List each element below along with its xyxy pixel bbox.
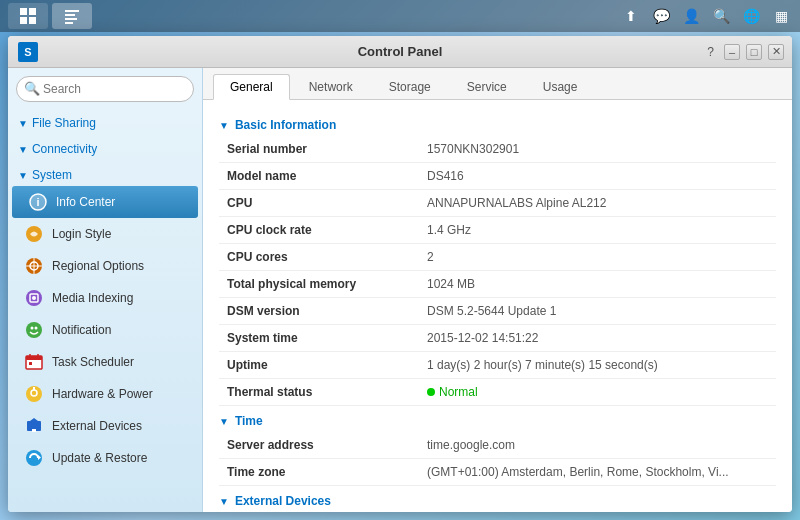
section-title: Basic Information (235, 118, 336, 132)
row-value: time.google.com (419, 432, 776, 459)
user-icon[interactable]: 👤 (680, 5, 702, 27)
tab-storage[interactable]: Storage (372, 74, 448, 99)
maximize-button[interactable]: □ (746, 44, 762, 60)
login-style-icon (24, 224, 44, 244)
section-header-external-devices: ▼ External Devices (219, 494, 776, 508)
section-header-basic-info: ▼ Basic Information (219, 118, 776, 132)
svg-point-21 (35, 327, 38, 330)
svg-rect-32 (32, 429, 36, 432)
help-button[interactable]: ? (707, 45, 714, 59)
sidebar-item-label: Info Center (56, 195, 115, 209)
table-row: Thermal status Normal (219, 379, 776, 406)
menu-icon[interactable]: ▦ (770, 5, 792, 27)
row-value: 2015-12-02 14:51:22 (419, 325, 776, 352)
sidebar-section-file-sharing: ▼ File Sharing (8, 110, 202, 136)
row-label: Thermal status (219, 379, 419, 406)
search-input[interactable] (16, 76, 194, 102)
sidebar-item-login-style[interactable]: Login Style (8, 218, 202, 250)
table-row: DSM version DSM 5.2-5644 Update 1 (219, 298, 776, 325)
row-label: CPU clock rate (219, 217, 419, 244)
svg-point-18 (32, 296, 36, 300)
sidebar-item-label: Task Scheduler (52, 355, 134, 369)
table-row: CPU cores 2 (219, 244, 776, 271)
collapse-arrow: ▼ (18, 144, 28, 155)
table-row: CPU ANNAPURNALABS Alpine AL212 (219, 190, 776, 217)
sidebar-item-update-restore[interactable]: Update & Restore (8, 442, 202, 474)
svg-rect-7 (65, 22, 73, 24)
sidebar-item-regional-options[interactable]: Regional Options (8, 250, 202, 282)
close-button[interactable]: ✕ (768, 44, 784, 60)
sidebar-group-label: System (32, 168, 72, 182)
svg-rect-0 (20, 8, 27, 15)
taskbar-app-grid[interactable] (8, 3, 48, 29)
task-scheduler-icon (24, 352, 44, 372)
table-row: Uptime 1 day(s) 2 hour(s) 7 minute(s) 15… (219, 352, 776, 379)
window-title: Control Panel (358, 44, 443, 59)
sidebar-item-label: External Devices (52, 419, 142, 433)
sidebar-item-label: Hardware & Power (52, 387, 153, 401)
search-icon[interactable]: 🔍 (710, 5, 732, 27)
taskbar-right: ⬆ 💬 👤 🔍 🌐 ▦ (620, 5, 792, 27)
regional-options-icon (24, 256, 44, 276)
row-label: CPU (219, 190, 419, 217)
sidebar-item-label: Notification (52, 323, 111, 337)
tab-general[interactable]: General (213, 74, 290, 100)
status-badge: Normal (427, 385, 478, 399)
minimize-button[interactable]: – (724, 44, 740, 60)
time-table: Server address time.google.com Time zone… (219, 432, 776, 486)
tab-service[interactable]: Service (450, 74, 524, 99)
table-row: Model name DS416 (219, 163, 776, 190)
sidebar-item-notification[interactable]: Notification (8, 314, 202, 346)
row-value: DS416 (419, 163, 776, 190)
titlebar: S Control Panel ? – □ ✕ (8, 36, 792, 68)
svg-text:i: i (36, 196, 39, 208)
svg-rect-6 (65, 18, 77, 20)
collapse-arrow: ▼ (18, 118, 28, 129)
row-value: ANNAPURNALABS Alpine AL212 (419, 190, 776, 217)
sidebar-item-task-scheduler[interactable]: Task Scheduler (8, 346, 202, 378)
taskbar-app-control-panel[interactable] (52, 3, 92, 29)
sidebar-group-connectivity[interactable]: ▼ Connectivity (8, 138, 202, 160)
external-devices-icon (24, 416, 44, 436)
tab-usage[interactable]: Usage (526, 74, 595, 99)
svg-rect-2 (20, 17, 27, 24)
sidebar-item-info-center[interactable]: i Info Center (12, 186, 198, 218)
taskbar-apps (8, 3, 92, 29)
thermal-status-cell: Normal (419, 379, 776, 406)
sidebar-search[interactable]: 🔍 (16, 76, 194, 102)
sidebar-group-label: Connectivity (32, 142, 97, 156)
section-arrow: ▼ (219, 120, 229, 131)
sidebar-group-file-sharing[interactable]: ▼ File Sharing (8, 112, 202, 134)
sidebar-item-hardware-power[interactable]: Hardware & Power (8, 378, 202, 410)
search-icon: 🔍 (24, 81, 40, 96)
sidebar-item-external-devices[interactable]: External Devices (8, 410, 202, 442)
table-row: System time 2015-12-02 14:51:22 (219, 325, 776, 352)
row-label: Total physical memory (219, 271, 419, 298)
sidebar-section-connectivity: ▼ Connectivity (8, 136, 202, 162)
svg-rect-3 (29, 17, 36, 24)
upload-icon[interactable]: ⬆ (620, 5, 642, 27)
sidebar-item-label: Regional Options (52, 259, 144, 273)
tab-network[interactable]: Network (292, 74, 370, 99)
collapse-arrow: ▼ (18, 170, 28, 181)
svg-rect-4 (65, 10, 79, 12)
tab-bar: General Network Storage Service Usage (203, 68, 792, 100)
row-label: CPU cores (219, 244, 419, 271)
table-row: Serial number 1570NKN302901 (219, 136, 776, 163)
row-label: Model name (219, 163, 419, 190)
sidebar-group-system[interactable]: ▼ System (8, 164, 202, 186)
info-center-icon: i (28, 192, 48, 212)
network-icon[interactable]: 🌐 (740, 5, 762, 27)
update-restore-icon (24, 448, 44, 468)
row-label: Serial number (219, 136, 419, 163)
row-label: Time zone (219, 459, 419, 486)
chat-icon[interactable]: 💬 (650, 5, 672, 27)
sidebar: 🔍 ▼ File Sharing ▼ Connectivity ▼ System (8, 68, 203, 512)
svg-marker-31 (30, 418, 38, 421)
table-row: CPU clock rate 1.4 GHz (219, 217, 776, 244)
row-value: 1 day(s) 2 hour(s) 7 minute(s) 15 second… (419, 352, 776, 379)
svg-rect-1 (29, 8, 36, 15)
status-text: Normal (439, 385, 478, 399)
sidebar-item-media-indexing[interactable]: Media Indexing (8, 282, 202, 314)
svg-rect-23 (26, 356, 42, 360)
